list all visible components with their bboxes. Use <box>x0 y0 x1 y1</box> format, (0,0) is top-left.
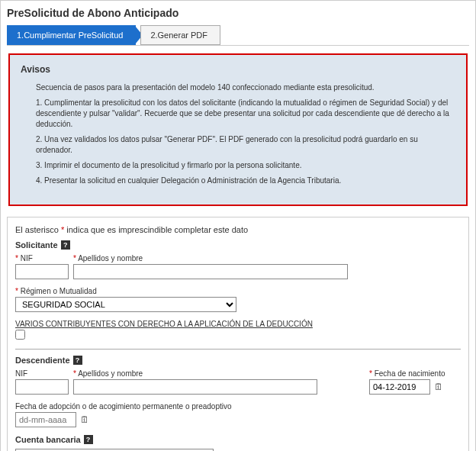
wizard-steps: 1.Cumplimentar PreSolicitud 2.Generar PD… <box>7 25 469 46</box>
notice-box: Avisos Secuencia de pasos para la presen… <box>8 53 468 206</box>
notice-step-1: 1. Cumplimentar la presolicitud con los … <box>36 98 455 130</box>
asterisk-note: El asterisco * indica que es imprescindi… <box>15 225 461 234</box>
solicitante-nif-input[interactable] <box>15 264 69 279</box>
descendiente-apellidos-label: * Apellidos y nombre <box>73 369 317 378</box>
notice-title: Avisos <box>21 64 455 75</box>
fecha-nacimiento-label: * Fecha de nacimiento <box>369 369 461 378</box>
descendiente-heading: Descendiente ? <box>15 356 461 365</box>
solicitante-apellidos-label: * Apellidos y nombre <box>73 254 348 263</box>
solicitante-heading: Solicitante ? <box>15 240 461 250</box>
regimen-label: * Régimen o Mutualidad <box>15 287 236 295</box>
form-section: El asterisco * indica que es imprescindi… <box>7 217 469 451</box>
varios-contribuyentes-label: VARIOS CONTRIBUYENTES CON DERECHO A LA A… <box>15 320 461 328</box>
regimen-select[interactable]: SEGURIDAD SOCIAL <box>15 297 236 312</box>
notice-intro: Secuencia de pasos para la presentación … <box>36 82 455 93</box>
notice-step-3: 3. Imprimir el documento de la presolici… <box>36 160 455 171</box>
page-title: PreSolicitud de Abono Anticipado <box>7 7 469 19</box>
descendiente-apellidos-input[interactable] <box>73 379 317 395</box>
fecha-adopcion-label: Fecha de adopción o de acogimiento perma… <box>15 402 232 411</box>
calendar-icon[interactable]: 🗓 <box>79 414 90 425</box>
solicitante-apellidos-input[interactable] <box>73 264 348 279</box>
calendar-icon[interactable]: 🗓 <box>433 382 444 392</box>
varios-contribuyentes-checkbox[interactable] <box>15 330 25 340</box>
notice-step-4: 4. Presentar la solicitud en cualquier D… <box>36 176 455 186</box>
help-icon[interactable]: ? <box>73 356 82 365</box>
help-icon[interactable]: ? <box>61 240 70 250</box>
descendiente-nif-label: NIF <box>15 369 69 378</box>
step-cumplimentar[interactable]: 1.Cumplimentar PreSolicitud <box>7 25 136 45</box>
descendiente-nif-input[interactable] <box>15 379 69 395</box>
help-icon[interactable]: ? <box>84 435 93 444</box>
separator <box>15 349 461 350</box>
fecha-adopcion-input[interactable] <box>15 412 76 427</box>
solicitante-nif-label: * NIF <box>15 254 69 263</box>
notice-step-2: 2. Una vez validados los datos pulsar "G… <box>36 134 455 156</box>
step-generar-pdf[interactable]: 2.Generar PDF <box>140 25 220 45</box>
fecha-nacimiento-input[interactable] <box>369 379 430 395</box>
cuenta-bancaria-heading: Cuenta bancaria ? <box>15 435 461 444</box>
